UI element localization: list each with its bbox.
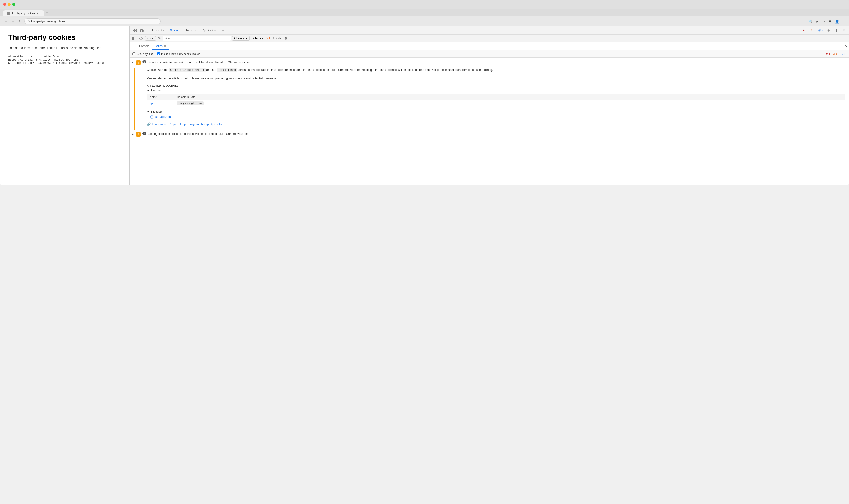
issue-1-arrow: ► bbox=[131, 61, 135, 64]
filter-input[interactable] bbox=[163, 36, 231, 41]
log-levels-dropdown[interactable]: All levels ▼ bbox=[232, 36, 250, 41]
clear-console-icon[interactable] bbox=[138, 36, 144, 41]
issue-item-1: ► ! 1 Reading cookie in cross-site conte… bbox=[130, 58, 849, 130]
address-input[interactable]: ⟳ third-party-cookies.glitch.me bbox=[24, 18, 161, 24]
browser-tab[interactable]: Third-party cookies × bbox=[3, 11, 44, 16]
issue-1-warning-icon: ! bbox=[136, 60, 141, 65]
cookie-domain-cell: x-origin-src.glitch.me/ bbox=[174, 100, 845, 106]
new-tab-button[interactable]: + bbox=[44, 10, 50, 15]
globe-icon: ○ bbox=[151, 115, 154, 119]
affected-resources-title: AFFECTED RESOURCES bbox=[147, 85, 845, 87]
address-bar: ← → ↻ ⟳ third-party-cookies.glitch.me 🔍 … bbox=[0, 16, 849, 26]
issue-item-2: ► ! 1 Setting cookie in cross-site conte… bbox=[130, 130, 849, 139]
include-third-party-checkbox[interactable] bbox=[157, 52, 160, 55]
more-tabs-button[interactable]: >> bbox=[219, 29, 226, 32]
forward-button[interactable]: → bbox=[11, 18, 16, 24]
zoom-icon[interactable]: 🔍 bbox=[808, 19, 813, 24]
hidden-count: 3 hidden bbox=[272, 37, 283, 40]
more-options-icon[interactable]: ⋮ bbox=[833, 27, 839, 34]
issues-summary: 2 Issues: ⚠ 2 bbox=[253, 36, 271, 40]
tab-bar: Third-party cookies × + bbox=[0, 8, 849, 16]
subtabs-close-button[interactable]: × bbox=[845, 44, 847, 48]
tab-application[interactable]: Application bbox=[199, 27, 219, 34]
request-group-header[interactable]: ▼ 1 request bbox=[147, 110, 845, 113]
screenshot-icon[interactable]: ▭ bbox=[821, 19, 825, 24]
devtools-close-button[interactable]: × bbox=[841, 27, 847, 34]
request-link-text: set-3pc.html bbox=[155, 115, 172, 119]
issue-2-count: 1 bbox=[142, 132, 146, 135]
cookie-group-label: 1 cookie bbox=[151, 89, 161, 92]
minimize-traffic-light[interactable] bbox=[8, 3, 11, 6]
request-group-arrow: ▼ bbox=[147, 110, 149, 113]
page-title: Third-party cookies bbox=[8, 33, 121, 41]
group-by-kind-checkbox[interactable] bbox=[132, 52, 135, 55]
svg-rect-2 bbox=[133, 31, 135, 32]
browser-window: Third-party cookies × + ← → ↻ ⟳ third-pa… bbox=[0, 0, 849, 185]
issue-1-description: Cookies with the SameSite=None; Secure a… bbox=[147, 68, 845, 72]
back-button[interactable]: ← bbox=[3, 18, 8, 24]
devtools-toolbar2: top ▼ 👁 All levels ▼ 2 Issues: ⚠ 2 3 hid… bbox=[130, 35, 849, 42]
bookmark-icon[interactable]: ★ bbox=[816, 19, 819, 24]
attempting-label: Attempting to set a cookie from bbox=[8, 55, 59, 58]
device-toolbar-icon[interactable] bbox=[139, 27, 145, 34]
external-link-icon: 🔗 bbox=[147, 122, 151, 126]
maximize-traffic-light[interactable] bbox=[12, 3, 15, 6]
svg-rect-4 bbox=[141, 29, 142, 32]
context-selector[interactable]: top ▼ bbox=[145, 36, 156, 41]
extensions-icon[interactable]: ◾ bbox=[828, 19, 832, 24]
svg-rect-0 bbox=[133, 29, 135, 30]
issues-subtabs: ⋮ Console Issues × × bbox=[130, 42, 849, 50]
issues-warning-icon: ⚠ bbox=[266, 37, 268, 40]
svg-rect-5 bbox=[143, 30, 144, 31]
menu-icon[interactable]: ⋮ bbox=[842, 19, 846, 24]
sidebar-toggle-icon[interactable] bbox=[131, 36, 137, 41]
profile-icon[interactable]: 👤 bbox=[835, 19, 839, 24]
cookie-name-link[interactable]: 3pc bbox=[150, 102, 154, 105]
cookie-value: Set-Cookie: 3pc=1703240163971; SameSite=… bbox=[8, 61, 106, 65]
include-third-party-label[interactable]: Include third-party cookie issues bbox=[157, 52, 200, 56]
svg-rect-6 bbox=[132, 37, 136, 40]
cookie-domain-tag: x-origin-src.glitch.me/ bbox=[177, 102, 204, 105]
learn-more-link[interactable]: 🔗 Learn more: Prepare for phasing out th… bbox=[147, 122, 845, 126]
info-issues-badge: ⓘ 0 bbox=[839, 52, 846, 56]
tab-close-button[interactable]: × bbox=[37, 12, 38, 15]
request-link[interactable]: ○ set-3pc.html bbox=[151, 115, 845, 119]
live-expressions-icon[interactable]: 👁 bbox=[157, 36, 161, 41]
security-icon: ⟳ bbox=[28, 20, 30, 23]
learn-more-text: Learn more: Prepare for phasing out thir… bbox=[152, 122, 225, 126]
col-header-name: Name bbox=[147, 94, 174, 100]
settings-icon[interactable]: ⚙ bbox=[825, 27, 832, 34]
warning-badge: ⚠ 2 bbox=[809, 29, 816, 32]
dropdown-arrow: ▼ bbox=[152, 37, 154, 40]
close-traffic-light[interactable] bbox=[3, 3, 6, 6]
issue-1-body: Cookies with the SameSite=None; Secure a… bbox=[134, 68, 849, 130]
issue-1-header[interactable]: ► ! 1 Reading cookie in cross-site conte… bbox=[130, 58, 849, 68]
code-samesite: SameSite=None; Secure bbox=[169, 68, 206, 72]
issues-subtab[interactable]: Issues × bbox=[152, 43, 169, 50]
tab-elements[interactable]: Elements bbox=[149, 27, 167, 34]
cookie-table: Name Domain & Path 3pc x-origin-src.glit… bbox=[147, 94, 845, 107]
group-by-kind-label[interactable]: Group by kind bbox=[132, 52, 154, 56]
reload-button[interactable]: ↻ bbox=[18, 18, 22, 24]
issues-settings-icon[interactable]: ⚙ bbox=[284, 37, 287, 40]
svg-rect-1 bbox=[135, 29, 136, 30]
issue-2-header[interactable]: ► ! 1 Setting cookie in cross-site conte… bbox=[130, 130, 849, 139]
devtools-tabs: Elements Console Network Application >> bbox=[149, 27, 226, 34]
request-resource-group: ▼ 1 request ○ set-3pc.html bbox=[147, 110, 845, 119]
issues-tab-close[interactable]: × bbox=[164, 44, 166, 48]
error-icon: ✖ bbox=[803, 29, 805, 32]
main-area: Third-party cookies This demo tries to s… bbox=[0, 26, 849, 185]
subtabs-more-icon[interactable]: ⋮ bbox=[131, 44, 137, 48]
cookie-url: https://x-origin-src.glitch.me/set-3pc.h… bbox=[8, 58, 80, 61]
cookie-table-row: 3pc x-origin-src.glitch.me/ bbox=[147, 100, 845, 106]
cookie-name-cell: 3pc bbox=[147, 100, 174, 106]
cookie-group-arrow: ▼ bbox=[147, 89, 149, 92]
tab-network[interactable]: Network bbox=[183, 27, 199, 34]
console-subtab[interactable]: Console bbox=[137, 43, 152, 50]
devtools-panel: Elements Console Network Application >> … bbox=[129, 26, 849, 185]
issue-2-title: Setting cookie in cross-site context wil… bbox=[148, 132, 846, 136]
inspect-element-icon[interactable] bbox=[131, 27, 138, 34]
tab-console[interactable]: Console bbox=[167, 27, 183, 34]
issue-1-description2: Please refer to the article linked to le… bbox=[147, 76, 845, 81]
cookie-group-header[interactable]: ▼ 1 cookie bbox=[147, 89, 845, 92]
